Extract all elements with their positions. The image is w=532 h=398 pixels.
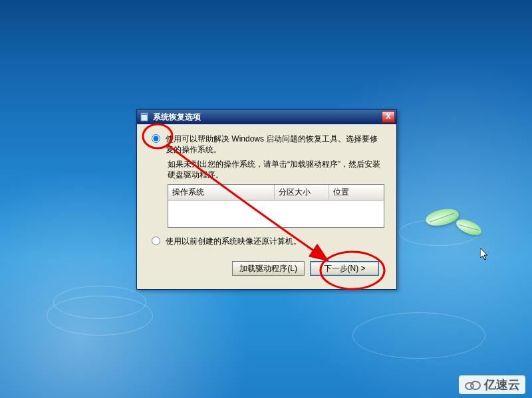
- mouse-cursor-icon: [480, 248, 489, 261]
- col-location[interactable]: 位置: [329, 185, 384, 200]
- svg-point-5: [471, 381, 480, 389]
- watermark-text: 亿速云: [484, 377, 520, 393]
- dialog-body: 使用可以帮助解决 Windows 启动问题的恢复工具。选择要修复的操作系统。 如…: [137, 124, 396, 282]
- dialog-buttons: 加载驱动程序(L) 下一步(N) >: [148, 261, 386, 276]
- watermark-cloud-icon: [464, 379, 481, 391]
- next-button[interactable]: 下一步(N) >: [310, 261, 379, 276]
- desktop-background: 系统恢复选项 X 使用可以帮助解决 Windows 启动问题的恢复工具。选择要修…: [0, 0, 532, 398]
- titlebar[interactable]: 系统恢复选项 X: [137, 110, 396, 124]
- load-driver-hint: 如果未列出您的操作系统，请单击“加载驱动程序”，然后安装硬盘驱动程序。: [168, 159, 386, 180]
- svg-rect-1: [142, 114, 147, 115]
- leaf-deco: [454, 218, 483, 237]
- dialog-title: 系统恢复选项: [153, 112, 380, 123]
- watermark: 亿速云: [459, 375, 525, 394]
- radio-restore-image[interactable]: [152, 237, 160, 245]
- load-driver-button[interactable]: 加载驱动程序(L): [232, 261, 305, 276]
- svg-marker-3: [480, 248, 487, 260]
- os-table[interactable]: 操作系统 分区大小 位置: [168, 184, 384, 228]
- system-recovery-dialog: 系统恢复选项 X 使用可以帮助解决 Windows 启动问题的恢复工具。选择要修…: [136, 109, 397, 290]
- leaf-deco: [424, 204, 460, 231]
- option2-label: 使用以前创建的系统映像还原计算机。: [166, 236, 386, 247]
- option1-label: 使用可以帮助解决 Windows 启动问题的恢复工具。选择要修复的操作系统。: [166, 134, 386, 155]
- close-button[interactable]: X: [382, 111, 395, 123]
- option-use-recovery-tools[interactable]: 使用可以帮助解决 Windows 启动问题的恢复工具。选择要修复的操作系统。: [148, 134, 386, 155]
- ripple-deco: [352, 312, 485, 359]
- radio-use-recovery-tools[interactable]: [152, 134, 160, 143]
- col-size[interactable]: 分区大小: [275, 185, 329, 200]
- os-table-header: 操作系统 分区大小 位置: [168, 185, 384, 201]
- col-os[interactable]: 操作系统: [168, 185, 275, 200]
- dialog-icon: [140, 112, 150, 122]
- ripple-deco: [47, 296, 153, 336]
- ripple-deco: [53, 286, 146, 319]
- option-restore-image[interactable]: 使用以前创建的系统映像还原计算机。: [148, 236, 386, 247]
